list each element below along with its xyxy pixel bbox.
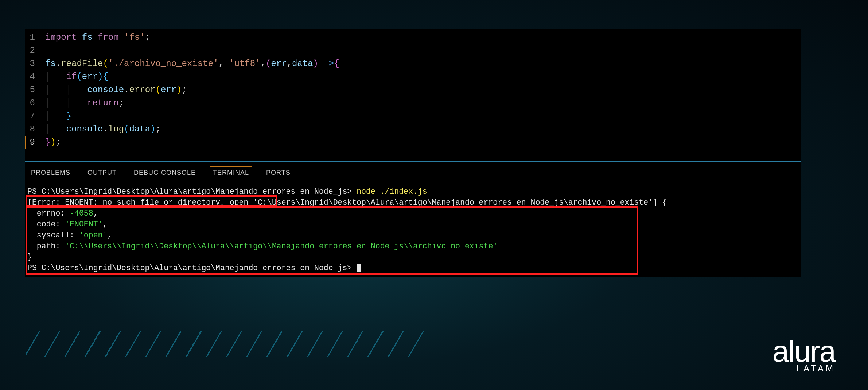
line-number: 5 bbox=[25, 83, 45, 96]
line-number: 7 bbox=[25, 110, 45, 123]
brand-logo: alura LATAM bbox=[772, 339, 835, 374]
tab-problems[interactable]: PROBLEMS bbox=[29, 168, 73, 178]
line-number: 3 bbox=[25, 57, 45, 70]
code-line: 7 │ } bbox=[25, 110, 801, 123]
line-number: 2 bbox=[25, 44, 45, 57]
code-line: 6 │ │ return; bbox=[25, 96, 801, 110]
code-line: 1 import fs from 'fs'; bbox=[25, 31, 801, 44]
line-number: 8 bbox=[25, 123, 45, 136]
tab-output[interactable]: OUTPUT bbox=[85, 168, 119, 178]
code-line: 8 │ console.log(data); bbox=[25, 123, 801, 136]
code-line: 4 │ if(err){ bbox=[25, 70, 801, 83]
code-content: import fs from 'fs'; bbox=[45, 31, 801, 44]
tab-ports[interactable]: PORTS bbox=[264, 168, 293, 178]
annotation-box bbox=[26, 195, 277, 206]
code-line: 3 fs.readFile('./archivo_no_existe', 'ut… bbox=[25, 57, 801, 70]
line-number: 4 bbox=[25, 70, 45, 83]
code-line: 2 bbox=[25, 44, 801, 57]
terminal-panel[interactable]: PS C:\Users\Ingrid\Desktop\Alura\artigo\… bbox=[25, 182, 801, 277]
tab-terminal[interactable]: TERMINAL bbox=[211, 168, 251, 178]
panel-tabs: PROBLEMS OUTPUT DEBUG CONSOLE TERMINAL P… bbox=[25, 162, 801, 182]
code-editor[interactable]: 1 import fs from 'fs'; 2 3 fs.readFile('… bbox=[25, 29, 801, 150]
code-line-current: 9 }); bbox=[25, 136, 801, 149]
line-number: 6 bbox=[25, 96, 45, 110]
editor-window: 1 import fs from 'fs'; 2 3 fs.readFile('… bbox=[25, 29, 801, 277]
annotation-box bbox=[26, 206, 638, 275]
decorative-hatching bbox=[26, 331, 427, 357]
line-number: 1 bbox=[25, 31, 45, 44]
logo-text: alura bbox=[772, 339, 835, 364]
line-number: 9 bbox=[25, 136, 45, 149]
tab-debug-console[interactable]: DEBUG CONSOLE bbox=[132, 168, 198, 178]
code-line: 5 │ │ console.error(err); bbox=[25, 83, 801, 96]
